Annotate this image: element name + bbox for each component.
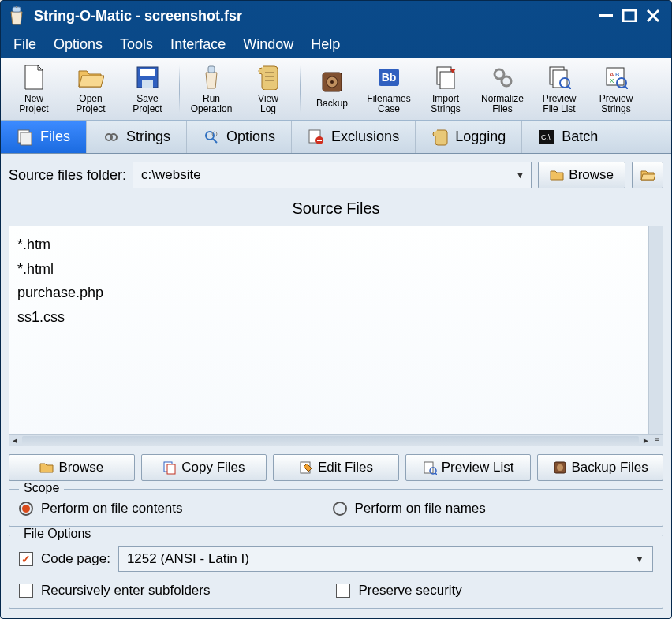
- client-area: Source files folder: c:\website ▼ Browse…: [1, 154, 671, 618]
- folder-icon: [550, 168, 564, 182]
- checkbox-recursive[interactable]: Recursively enter subfolders: [19, 583, 210, 598]
- svg-text:Bb: Bb: [382, 71, 397, 84]
- svg-text:B: B: [615, 71, 619, 78]
- svg-rect-1: [16, 6, 17, 8]
- vertical-scrollbar[interactable]: [648, 226, 663, 434]
- backup-icon: [553, 461, 567, 475]
- checkbox-preserve-security[interactable]: Preserve security: [336, 583, 461, 598]
- radio-file-names[interactable]: Perform on file names: [333, 501, 486, 516]
- menu-window[interactable]: Window: [237, 33, 300, 56]
- tab-logging[interactable]: Logging: [416, 121, 522, 153]
- tab-options[interactable]: Options: [187, 121, 292, 153]
- preview-icon: [423, 461, 437, 475]
- scroll-right-icon[interactable]: ►: [640, 435, 651, 446]
- maximize-button[interactable]: [618, 6, 641, 26]
- gears-icon: [489, 64, 516, 91]
- toolbar-new-project[interactable]: New Project: [6, 59, 62, 119]
- svg-rect-35: [167, 464, 175, 474]
- toolbar-normalize-files[interactable]: Normalize Files: [474, 59, 531, 119]
- toolbar-filenames-case[interactable]: Bb Filenames Case: [360, 59, 417, 119]
- svg-point-10: [330, 80, 334, 84]
- list-item[interactable]: *.html: [17, 257, 640, 282]
- toolbar-preview-filelist[interactable]: Preview File List: [531, 59, 588, 119]
- menu-bar: File Options Tools Interface Window Help: [1, 31, 671, 58]
- copy-files-button[interactable]: Copy Files: [141, 454, 267, 481]
- toolbar-backup[interactable]: Backup: [304, 59, 360, 119]
- run-icon: [198, 64, 225, 91]
- window-title: String-O-Matic - screenshot.fsr: [34, 8, 594, 24]
- source-files-list: *.htm *.html purchase.php ss1.css ◄ ► ≡: [9, 226, 663, 446]
- tab-exclusions[interactable]: Exclusions: [292, 121, 416, 153]
- app-icon: [7, 5, 26, 27]
- checkbox-code-page[interactable]: [19, 552, 33, 566]
- scroll-left-icon[interactable]: ◄: [9, 435, 21, 446]
- menu-help[interactable]: Help: [304, 33, 346, 56]
- scroll-icon: [255, 64, 282, 91]
- folder-icon: [39, 461, 54, 475]
- toolbar-preview-strings[interactable]: ABX Preview Strings: [588, 59, 644, 119]
- code-page-combo[interactable]: 1252 (ANSI - Latin I) ▼: [118, 546, 653, 572]
- scope-fieldset: Scope Perform on file contents Perform o…: [9, 489, 663, 527]
- svg-text:C:\: C:\: [541, 133, 551, 141]
- close-button[interactable]: [641, 6, 665, 26]
- menu-tools[interactable]: Tools: [114, 33, 159, 56]
- app-window: String-O-Matic - screenshot.fsr File Opt…: [0, 0, 672, 619]
- svg-rect-31: [317, 140, 322, 141]
- list-item[interactable]: ss1.css: [17, 305, 640, 330]
- list-item[interactable]: *.htm: [17, 233, 640, 257]
- files-icon: [17, 129, 34, 146]
- svg-rect-14: [440, 72, 454, 89]
- scroll-icon: [431, 129, 449, 146]
- radio-icon: [333, 502, 347, 516]
- toolbar-view-log[interactable]: View Log: [240, 59, 297, 119]
- file-list-body[interactable]: *.htm *.html purchase.php ss1.css: [9, 226, 648, 434]
- chevron-down-icon: ▼: [515, 170, 525, 181]
- menu-file[interactable]: File: [7, 33, 43, 56]
- gear-search-icon: [203, 129, 220, 146]
- svg-text:X: X: [610, 77, 614, 84]
- folder-open-button[interactable]: [632, 162, 663, 188]
- tab-batch[interactable]: C:\ Batch: [522, 121, 614, 153]
- safe-icon: [319, 69, 345, 95]
- checkbox-icon: [336, 584, 350, 598]
- toolbar-run-operation[interactable]: Run Operation: [183, 59, 240, 119]
- browse-files-button[interactable]: Browse: [9, 454, 135, 481]
- browse-folder-button[interactable]: Browse: [538, 162, 625, 188]
- file-options-fieldset: File Options Code page: 1252 (ANSI - Lat…: [9, 535, 663, 609]
- toolbar-separator: [179, 65, 180, 113]
- backup-files-button[interactable]: Backup Files: [537, 454, 663, 481]
- case-icon: Bb: [375, 64, 402, 91]
- save-icon: [134, 64, 161, 91]
- svg-rect-7: [208, 66, 215, 73]
- chain-icon: [103, 129, 120, 146]
- source-folder-row: Source files folder: c:\website ▼ Browse: [9, 162, 663, 188]
- source-files-heading: Source Files: [9, 199, 663, 218]
- toolbar-separator: [300, 65, 301, 113]
- toolbar-save-project[interactable]: Save Project: [119, 59, 176, 119]
- toolbar-open-project[interactable]: Open Project: [62, 59, 119, 119]
- copy-icon: [162, 461, 177, 475]
- tab-files[interactable]: Files: [1, 121, 87, 153]
- source-folder-combo[interactable]: c:\website ▼: [133, 162, 532, 188]
- tab-strings[interactable]: Strings: [87, 121, 187, 153]
- import-icon: [432, 64, 459, 91]
- toolbar-import-strings[interactable]: Import Strings: [417, 59, 474, 119]
- svg-point-16: [502, 76, 511, 86]
- preview-list-button[interactable]: Preview List: [405, 454, 532, 481]
- grip-icon: ≡: [651, 435, 663, 446]
- horizontal-scrollbar[interactable]: ◄ ► ≡: [9, 434, 663, 446]
- minimize-button[interactable]: [594, 6, 618, 26]
- file-actions-row: Browse Copy Files Edit Files Preview Lis…: [9, 454, 663, 481]
- menu-options[interactable]: Options: [47, 33, 109, 56]
- edit-icon: [299, 461, 313, 475]
- menu-interface[interactable]: Interface: [164, 33, 232, 56]
- svg-rect-6: [142, 80, 153, 88]
- svg-rect-3: [623, 10, 636, 21]
- svg-rect-2: [599, 14, 613, 17]
- svg-rect-5: [140, 69, 155, 76]
- folder-open-icon: [640, 168, 655, 182]
- radio-file-contents[interactable]: Perform on file contents: [19, 501, 183, 516]
- title-bar: String-O-Matic - screenshot.fsr: [1, 1, 671, 31]
- list-item[interactable]: purchase.php: [17, 281, 640, 305]
- edit-files-button[interactable]: Edit Files: [273, 454, 399, 481]
